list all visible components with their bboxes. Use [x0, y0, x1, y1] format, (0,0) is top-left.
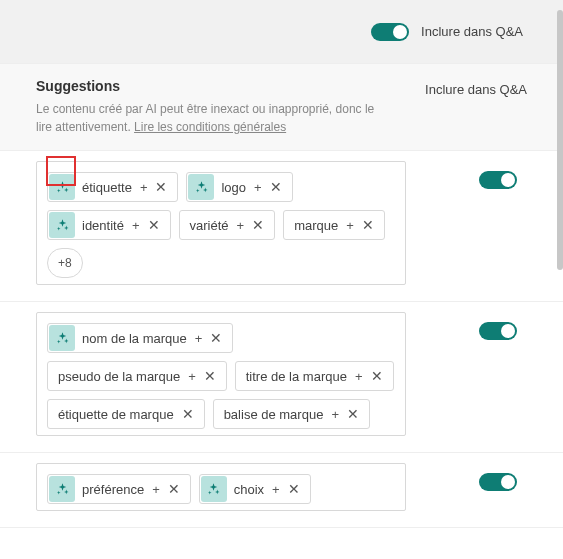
chip-label: titre de la marque — [246, 369, 347, 384]
chip-plus: + — [355, 369, 363, 384]
chip-box: préférence+✕choix+✕ — [36, 463, 406, 511]
chip-box: nom de la marque+✕pseudo de la marque+✕t… — [36, 312, 406, 436]
suggestion-chip[interactable]: balise de marque+✕ — [213, 399, 370, 429]
suggestion-chip[interactable]: pseudo de la marque+✕ — [47, 361, 227, 391]
chip-box: étiquette+✕logo+✕identité+✕variété+✕marq… — [36, 161, 406, 285]
suggestion-group: étiquette+✕logo+✕identité+✕variété+✕marq… — [0, 151, 563, 302]
chip-label: préférence — [82, 482, 144, 497]
chip-label: pseudo de la marque — [58, 369, 180, 384]
sparkle-icon — [201, 476, 227, 502]
close-icon[interactable]: ✕ — [360, 218, 376, 232]
chip-label: identité — [82, 218, 124, 233]
top-toolbar: Inclure dans Q&A — [0, 0, 563, 64]
suggestions-description: Le contenu créé par AI peut être inexact… — [36, 100, 376, 136]
include-qa-toggle-top[interactable] — [371, 23, 409, 41]
chip-label: marque — [294, 218, 338, 233]
suggestion-chip[interactable]: étiquette de marque✕ — [47, 399, 205, 429]
group-include-toggle[interactable] — [479, 473, 517, 491]
suggestions-title: Suggestions — [36, 78, 376, 94]
suggestion-chip[interactable]: préférence+✕ — [47, 474, 191, 504]
sparkle-icon — [188, 174, 214, 200]
chip-label: variété — [190, 218, 229, 233]
terms-link[interactable]: Lire les conditions générales — [134, 120, 286, 134]
close-icon[interactable]: ✕ — [180, 407, 196, 421]
sparkle-icon — [49, 212, 75, 238]
suggestion-chip[interactable]: étiquette+✕ — [47, 172, 178, 202]
close-icon[interactable]: ✕ — [345, 407, 361, 421]
chip-label: logo — [221, 180, 246, 195]
chip-plus: + — [346, 218, 354, 233]
include-qa-label-top: Inclure dans Q&A — [421, 24, 523, 39]
chip-plus: + — [188, 369, 196, 384]
suggestion-chip[interactable]: nom de la marque+✕ — [47, 323, 233, 353]
chip-plus: + — [254, 180, 262, 195]
close-icon[interactable]: ✕ — [250, 218, 266, 232]
chip-plus: + — [152, 482, 160, 497]
sparkle-icon — [49, 476, 75, 502]
more-chip[interactable]: +8 — [47, 248, 83, 278]
chip-label: étiquette de marque — [58, 407, 174, 422]
suggestions-header: Suggestions Le contenu créé par AI peut … — [0, 64, 563, 151]
chip-plus: + — [331, 407, 339, 422]
suggestion-chip[interactable]: identité+✕ — [47, 210, 171, 240]
suggestion-group: nom de la marque+✕pseudo de la marque+✕t… — [0, 302, 563, 453]
group-toggle-column — [406, 453, 563, 491]
sparkle-icon — [49, 174, 75, 200]
chip-plus: + — [132, 218, 140, 233]
chip-plus: + — [237, 218, 245, 233]
suggestion-chip[interactable]: variété+✕ — [179, 210, 276, 240]
close-icon[interactable]: ✕ — [153, 180, 169, 194]
group-toggle-column — [406, 151, 563, 189]
group-include-toggle[interactable] — [479, 322, 517, 340]
close-icon[interactable]: ✕ — [369, 369, 385, 383]
scrollbar[interactable] — [557, 10, 563, 270]
close-icon[interactable]: ✕ — [208, 331, 224, 345]
close-icon[interactable]: ✕ — [286, 482, 302, 496]
chip-label: nom de la marque — [82, 331, 187, 346]
group-include-toggle[interactable] — [479, 171, 517, 189]
suggestion-chip[interactable]: logo+✕ — [186, 172, 292, 202]
chip-label: choix — [234, 482, 264, 497]
suggestion-chip[interactable]: choix+✕ — [199, 474, 311, 504]
chip-plus: + — [272, 482, 280, 497]
chip-label: étiquette — [82, 180, 132, 195]
group-toggle-column — [406, 302, 563, 340]
sparkle-icon — [49, 325, 75, 351]
close-icon[interactable]: ✕ — [146, 218, 162, 232]
close-icon[interactable]: ✕ — [268, 180, 284, 194]
include-qa-label-header: Inclure dans Q&A — [425, 78, 527, 97]
chip-label: balise de marque — [224, 407, 324, 422]
suggestion-group: préférence+✕choix+✕ — [0, 453, 563, 528]
suggestion-chip[interactable]: marque+✕ — [283, 210, 385, 240]
chip-plus: + — [195, 331, 203, 346]
chip-plus: + — [140, 180, 148, 195]
suggestion-chip[interactable]: titre de la marque+✕ — [235, 361, 394, 391]
close-icon[interactable]: ✕ — [202, 369, 218, 383]
close-icon[interactable]: ✕ — [166, 482, 182, 496]
